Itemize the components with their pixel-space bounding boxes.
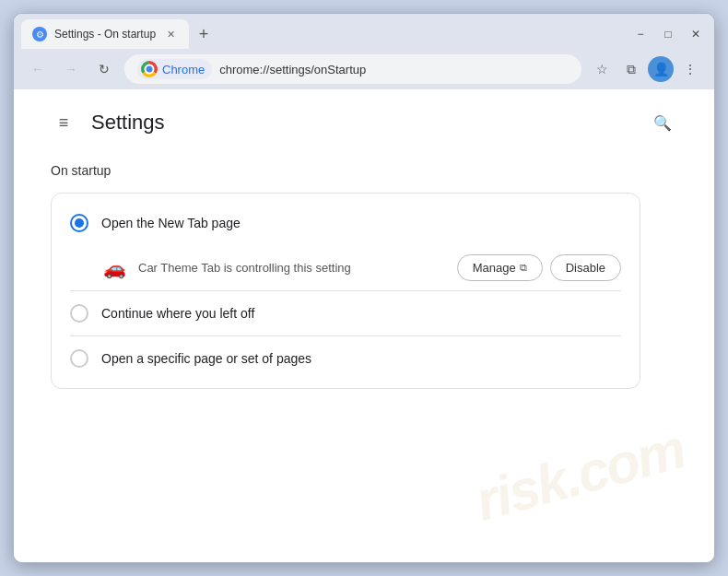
page-title: Settings bbox=[91, 111, 165, 135]
reload-button[interactable]: ↻ bbox=[91, 56, 117, 82]
manage-button[interactable]: Manage ⧉ bbox=[457, 254, 543, 281]
address-input[interactable]: Chrome chrome://settings/onStartup bbox=[124, 54, 581, 84]
car-theme-icon: 🚗 bbox=[101, 255, 127, 281]
radio-new-tab[interactable] bbox=[70, 214, 88, 232]
tab-bar: Settings - On startup ✕ + bbox=[21, 19, 622, 49]
new-tab-button[interactable]: + bbox=[191, 21, 217, 47]
maximize-button[interactable]: □ bbox=[657, 23, 679, 45]
chrome-logo-icon bbox=[141, 61, 158, 77]
settings-header: ≡ Settings 🔍 bbox=[51, 108, 677, 137]
settings-title-area: ≡ Settings bbox=[51, 110, 165, 135]
active-tab[interactable]: Settings - On startup ✕ bbox=[21, 19, 189, 49]
address-bar: ← → ↻ Chrome chrome://settings/onStartup… bbox=[14, 49, 714, 89]
tab-close-button[interactable]: ✕ bbox=[163, 27, 178, 41]
browser-window: Settings - On startup ✕ + − □ ✕ ← → ↻ Ch… bbox=[13, 13, 715, 563]
forward-button[interactable]: → bbox=[58, 56, 84, 82]
option-new-tab-label: Open the New Tab page bbox=[101, 216, 621, 230]
option-new-tab[interactable]: Open the New Tab page bbox=[52, 201, 640, 245]
tab-title: Settings - On startup bbox=[54, 28, 156, 41]
watermark: risk.com bbox=[469, 417, 691, 533]
hamburger-menu-icon[interactable]: ≡ bbox=[51, 110, 76, 135]
page-content: ≡ Settings 🔍 On startup Open the New Tab… bbox=[14, 89, 714, 562]
extension-notification-row: 🚗 Car Theme Tab is controlling this sett… bbox=[52, 245, 640, 290]
url-text: chrome://settings/onStartup bbox=[219, 63, 569, 76]
option-continue-label: Continue where you left off bbox=[101, 306, 621, 321]
bookmark-icon[interactable]: ☆ bbox=[589, 56, 615, 82]
option-specific[interactable]: Open a specific page or set of pages bbox=[52, 336, 640, 381]
extension-text: Car Theme Tab is controlling this settin… bbox=[138, 261, 446, 275]
title-bar: Settings - On startup ✕ + − □ ✕ bbox=[14, 14, 714, 49]
option-continue[interactable]: Continue where you left off bbox=[52, 291, 640, 335]
address-bar-icons: ☆ ⧉ 👤 ⋮ bbox=[589, 56, 703, 82]
window-controls: − □ ✕ bbox=[629, 23, 707, 45]
back-button[interactable]: ← bbox=[25, 56, 51, 82]
radio-continue[interactable] bbox=[70, 304, 88, 323]
disable-button[interactable]: Disable bbox=[550, 254, 621, 281]
extensions-icon[interactable]: ⧉ bbox=[618, 56, 644, 82]
minimize-button[interactable]: − bbox=[629, 23, 652, 45]
chrome-menu-icon[interactable]: ⋮ bbox=[677, 56, 703, 82]
extension-buttons: Manage ⧉ Disable bbox=[457, 254, 621, 281]
option-specific-label: Open a specific page or set of pages bbox=[101, 351, 621, 366]
external-link-icon: ⧉ bbox=[520, 262, 527, 274]
close-button[interactable]: ✕ bbox=[685, 23, 707, 45]
search-button[interactable]: 🔍 bbox=[648, 108, 677, 137]
section-label: On startup bbox=[51, 163, 677, 178]
radio-inner-new-tab bbox=[75, 218, 84, 228]
options-card: Open the New Tab page 🚗 Car Theme Tab is… bbox=[51, 193, 640, 389]
radio-specific[interactable] bbox=[70, 349, 88, 368]
chrome-label: Chrome bbox=[162, 63, 205, 76]
tab-favicon bbox=[32, 27, 47, 41]
chrome-badge: Chrome bbox=[137, 59, 212, 79]
profile-icon[interactable]: 👤 bbox=[648, 56, 674, 82]
